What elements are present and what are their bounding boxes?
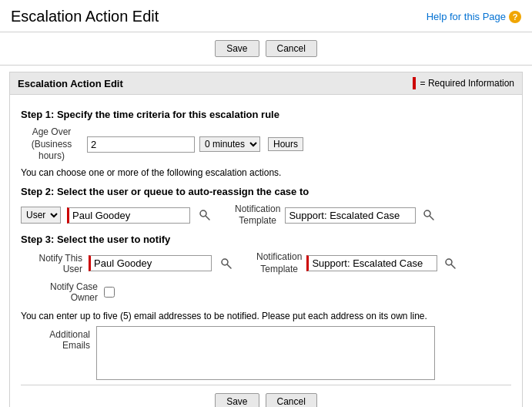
save-button-bottom[interactable]: Save [215,393,259,407]
svg-point-6 [446,259,452,265]
notification-block-step3: Notification Template [256,251,459,275]
help-icon: ? [509,11,521,23]
email-note: You can enter up to five (5) email addre… [21,311,511,321]
step2-header: Step 2: Select the user or queue to auto… [21,186,511,197]
content-box: Escalation Action Edit = Required Inform… [9,72,523,407]
additional-emails-textarea[interactable] [96,326,435,380]
email-label: Additional Emails [21,326,90,351]
notify-user-input[interactable] [89,255,212,271]
case-owner-checkbox[interactable] [104,287,115,298]
top-toolbar: Save Cancel [0,32,532,66]
svg-point-0 [200,210,206,217]
step1-row: Age Over (Business hours) 0 minutes Hour… [21,126,511,163]
notification-lookup-icon-step2[interactable] [420,207,437,223]
notification-lookup-icon-step3[interactable] [442,256,459,271]
hours-tooltip: Hours [268,137,303,151]
case-owner-label: Notify Case Owner [21,281,98,303]
case-owner-row: Notify Case Owner [21,281,511,303]
content-inner: Step 1: Specify the time criteria for th… [10,95,522,407]
svg-line-1 [206,217,210,220]
cancel-button-bottom[interactable]: Cancel [266,393,317,407]
age-over-label: Age Over (Business hours) [21,126,82,163]
step3-header: Step 3: Select the user to notify [21,234,511,245]
help-link[interactable]: Help for this Page ? [427,11,521,23]
svg-point-4 [222,259,228,265]
svg-line-7 [452,264,456,268]
required-label: = Required Information [420,78,514,89]
cancel-button-top[interactable]: Cancel [266,40,317,57]
step3-row: Notify This User Notification Template [21,251,511,275]
svg-line-5 [228,264,232,268]
help-link-text: Help for this Page [427,11,506,22]
content-header: Escalation Action Edit = Required Inform… [10,72,522,95]
page-title: Escalation Action Edit [11,8,159,25]
notify-user-lookup-icon[interactable] [218,256,235,271]
svg-line-3 [430,217,434,220]
step1-header: Step 1: Specify the time criteria for th… [21,109,511,120]
user-lookup-icon[interactable] [196,207,213,223]
step2-row: User Notification Template [21,204,511,227]
save-button-top[interactable]: Save [215,40,259,57]
content-header-title: Escalation Action Edit [18,78,123,89]
notification-input-step2[interactable] [285,207,416,224]
notify-this-user-label: Notify This User [21,253,82,274]
required-bar [413,77,416,89]
user-type-select[interactable]: User [21,207,61,224]
svg-point-2 [424,210,430,217]
step1-note: You can choose one or more of the follow… [21,167,511,178]
age-input[interactable] [87,136,195,153]
user-input[interactable] [67,207,190,224]
notification-block-step2: Notification Template [235,204,437,227]
notification-label-step2: Notification Template [235,204,280,227]
notification-input-step3[interactable] [306,255,437,271]
notification-label-step3: Notification Template [256,251,302,275]
email-row: Additional Emails [21,326,511,380]
bottom-toolbar: Save Cancel [21,385,511,407]
required-info: = Required Information [413,77,514,89]
minutes-select[interactable]: 0 minutes [199,136,260,152]
page-header: Escalation Action Edit Help for this Pag… [0,0,532,32]
